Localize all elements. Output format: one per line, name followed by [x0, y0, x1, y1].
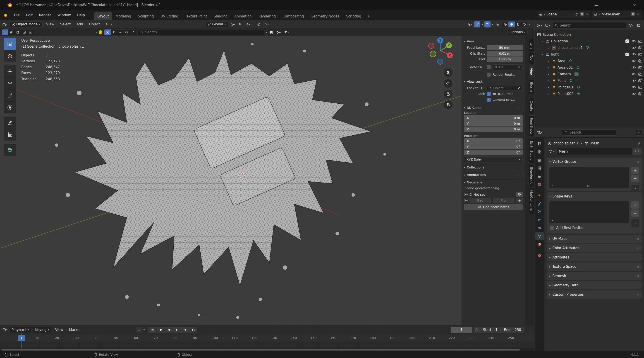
- minimize-button[interactable]: —: [587, 0, 606, 10]
- sidebar-tab-item[interactable]: Item: [529, 39, 534, 51]
- vertex-group-add-button[interactable]: +: [631, 167, 639, 174]
- gizmo-neg-y[interactable]: [430, 51, 436, 57]
- attributes-header[interactable]: ▸Attributes: [547, 253, 642, 261]
- outliner-display-mode-button[interactable]: ▾: [536, 22, 542, 28]
- shape-key-specials-button[interactable]: ▾: [631, 220, 639, 227]
- eyedropper-icon[interactable]: [518, 86, 521, 89]
- panel-grip[interactable]: [634, 266, 639, 268]
- outliner-row-camera[interactable]: ▸ Camera: [534, 71, 644, 77]
- sidebar-tab-earth-studio[interactable]: Earth Studio: [529, 138, 534, 163]
- menu-select[interactable]: Select: [58, 21, 73, 28]
- properties-search-input[interactable]: [570, 130, 614, 134]
- start-frame-field[interactable]: Start1: [480, 327, 501, 333]
- timeline-view-menu[interactable]: View: [53, 327, 66, 333]
- expander-icon[interactable]: ▸: [547, 73, 550, 76]
- blender-app-menu[interactable]: [0, 10, 11, 20]
- shape-keys-list[interactable]: ▸: [550, 201, 629, 223]
- view-layer-selector[interactable]: ▾ ViewLayer ⧉ ✕: [592, 11, 641, 18]
- asset-model-button[interactable]: [104, 30, 111, 35]
- outliner-row-point[interactable]: ▸ Point: [534, 77, 644, 84]
- outliner-row-collection[interactable]: ▾ Collection ✓: [534, 38, 644, 45]
- new-scene-button[interactable]: ⧉: [580, 12, 584, 16]
- play-button[interactable]: [173, 327, 181, 333]
- chevron-down-icon[interactable]: ▾: [266, 31, 267, 34]
- sidebar-tab-matcombiner[interactable]: MatCombiner: [529, 188, 534, 214]
- add-crs-button[interactable]: +: [516, 198, 523, 203]
- panel-grip[interactable]: [634, 285, 639, 286]
- outliner-filter-display-button[interactable]: ▾: [544, 22, 550, 28]
- tab-shading[interactable]: Shading: [210, 12, 231, 20]
- jump-to-end-button[interactable]: [189, 327, 197, 333]
- cursor-loc-z-field[interactable]: Z0 m: [464, 126, 523, 132]
- geoscene-panel-header[interactable]: ▾ Geoscene: [462, 179, 525, 186]
- tab-world-properties[interactable]: [535, 181, 544, 188]
- outliner-label[interactable]: Camera: [558, 72, 571, 76]
- panel-grip[interactable]: [634, 161, 639, 162]
- chevron-down-icon[interactable]: ▾: [96, 31, 97, 34]
- asset-sort-button[interactable]: ▾: [276, 29, 282, 35]
- pin-icon[interactable]: [575, 13, 578, 16]
- vertex-group-remove-button[interactable]: −: [631, 175, 639, 182]
- tab-texture-properties[interactable]: [535, 251, 544, 259]
- navigation-gizmo[interactable]: Z Y X: [426, 37, 454, 65]
- menu-object[interactable]: Object: [87, 21, 102, 28]
- editor-type-button[interactable]: ▾: [2, 21, 8, 28]
- tab-animation[interactable]: Animation: [231, 12, 255, 20]
- cursor-loc-y-field[interactable]: Y0 m: [464, 121, 523, 126]
- disable-render-camera-icon[interactable]: [638, 79, 642, 82]
- hide-eye-icon[interactable]: [632, 46, 636, 49]
- outliner-label[interactable]: Area: [558, 59, 566, 63]
- disable-render-camera-icon[interactable]: [638, 40, 642, 43]
- proportional-falloff-button[interactable]: ▾: [263, 21, 269, 28]
- disable-render-camera-icon[interactable]: [638, 59, 642, 63]
- asset-search[interactable]: [138, 29, 264, 35]
- tab-constraint-properties[interactable]: [535, 224, 544, 232]
- asset-material-button[interactable]: [111, 30, 117, 35]
- select-mode-intersect-button[interactable]: [28, 30, 34, 35]
- outliner-label[interactable]: Point.002: [558, 92, 574, 96]
- outliner-row-area-001[interactable]: ▸ Area.001: [534, 64, 644, 71]
- timeline-marker-menu[interactable]: Marker: [67, 327, 83, 333]
- custom-properties-header[interactable]: ▸Custom Properties: [547, 290, 642, 299]
- transform-orientation-selector[interactable]: Global ▾: [205, 21, 228, 28]
- tab-compositing[interactable]: Compositing: [279, 12, 307, 20]
- timeline-editor-type-button[interactable]: ▾: [2, 327, 8, 333]
- remesh-header[interactable]: ▸Remesh: [547, 272, 642, 280]
- sidebar-tab-create[interactable]: Create: [529, 98, 534, 114]
- jump-to-start-button[interactable]: [148, 327, 156, 333]
- vertex-groups-header[interactable]: ▾ Vertex Groups: [547, 157, 642, 166]
- menu-gis[interactable]: GIS: [104, 21, 114, 28]
- crs-radio-2[interactable]: [464, 199, 468, 202]
- gizmo-neg-x[interactable]: [428, 43, 434, 49]
- panel-grip[interactable]: [634, 275, 639, 277]
- add-workspace-button[interactable]: +: [365, 12, 373, 20]
- view-panel-header[interactable]: ▾ View: [462, 38, 525, 45]
- menu-render[interactable]: Render: [36, 10, 54, 20]
- expander-icon[interactable]: ▸: [547, 59, 550, 63]
- timeline-channels[interactable]: [0, 342, 534, 348]
- tool-annotate[interactable]: [4, 116, 16, 128]
- breadcrumb-data[interactable]: Mesh: [590, 141, 600, 145]
- timeline-scrollbar[interactable]: [0, 348, 534, 351]
- uv-maps-header[interactable]: ▸UV Maps: [547, 235, 642, 243]
- tab-scene-properties[interactable]: [535, 172, 544, 180]
- proj-button[interactable]: Proj: [493, 198, 514, 203]
- vertex-group-specials-button[interactable]: ▾: [631, 185, 639, 192]
- panel-grip[interactable]: [634, 247, 639, 249]
- outliner-label[interactable]: Collection: [551, 39, 568, 43]
- tab-render-properties[interactable]: [535, 148, 544, 155]
- tab-physics-properties[interactable]: [535, 216, 544, 224]
- expander-icon[interactable]: ▸: [547, 66, 550, 69]
- asset-hdr-button[interactable]: [123, 30, 130, 35]
- tab-geometry-nodes[interactable]: Geometry Nodes: [307, 12, 343, 20]
- panel-grip[interactable]: [518, 107, 523, 109]
- remove-view-layer-button[interactable]: ✕: [637, 13, 639, 16]
- tab-particle-properties[interactable]: [535, 208, 544, 215]
- asset-brush-button[interactable]: [130, 30, 136, 35]
- chevron-down-icon[interactable]: ▾: [529, 23, 530, 26]
- chevron-down-icon[interactable]: ▾: [492, 23, 493, 26]
- disable-render-camera-icon[interactable]: [638, 53, 642, 56]
- list-grip[interactable]: [587, 185, 592, 187]
- play-reverse-button[interactable]: [164, 327, 173, 333]
- sidebar-tab-tool[interactable]: Tool: [529, 53, 534, 64]
